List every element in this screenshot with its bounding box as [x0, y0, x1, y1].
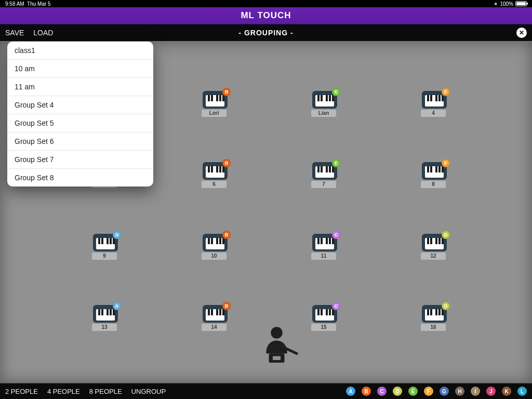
ios-status-bar: 9:58 AM Thu Mar 5 ✶ 100%: [0, 0, 532, 7]
teacher-icon: [260, 326, 301, 368]
app-title: ML TOUCH: [241, 10, 291, 21]
piano-icon: B: [203, 162, 228, 180]
station-label: 4: [421, 110, 446, 117]
toolbar: SAVE LOAD - GROUPING - ✕: [0, 24, 532, 41]
group-badge: E: [332, 159, 340, 167]
group-badge: D: [442, 231, 450, 239]
group-badge: F: [442, 88, 450, 96]
svg-point-0: [271, 327, 283, 339]
group-badge: F: [442, 159, 450, 167]
piano-icon: B: [203, 91, 228, 109]
popover-item[interactable]: class1: [7, 42, 153, 60]
station-10[interactable]: B10: [202, 234, 229, 260]
svg-rect-2: [273, 356, 281, 361]
piano-icon: B: [203, 305, 228, 323]
group-badge: A: [113, 231, 121, 239]
piano-icon: C: [312, 305, 337, 323]
station-13[interactable]: A13: [92, 305, 119, 331]
piano-icon: D: [422, 234, 447, 251]
group-badge: E: [332, 88, 340, 96]
app-title-bar: ML TOUCH: [0, 7, 532, 24]
station-label: 8: [421, 181, 446, 188]
wifi-icon: ✶: [494, 1, 498, 7]
station-11[interactable]: C11: [311, 234, 338, 260]
popover-item[interactable]: Group Set 7: [7, 151, 153, 169]
save-popover[interactable]: class110 am11 amGroup Set 4Group Set 5Gr…: [7, 42, 153, 187]
station-12[interactable]: D12: [421, 234, 448, 260]
group-badge: A: [113, 302, 121, 310]
group-dot-row: ABCDEFGHIJKL: [346, 387, 527, 396]
piano-icon: B: [203, 234, 228, 251]
station-label: Lian: [311, 110, 336, 117]
group-badge: B: [222, 302, 231, 310]
popover-item[interactable]: Group Set 6: [7, 132, 153, 151]
battery-icon: [515, 1, 527, 6]
popover-item[interactable]: Group Set 5: [7, 114, 153, 132]
piano-icon: A: [93, 305, 118, 323]
group-dot-H[interactable]: H: [455, 387, 464, 396]
group-badge: B: [222, 88, 231, 96]
save-button[interactable]: SAVE: [5, 29, 24, 37]
load-button[interactable]: LOAD: [33, 29, 53, 37]
battery-pct: 100%: [500, 1, 513, 7]
group-4-button[interactable]: 4 PEOPLE: [47, 388, 80, 395]
group-dot-B[interactable]: B: [362, 387, 371, 396]
station-Lori[interactable]: BLori: [202, 91, 229, 117]
group-2-button[interactable]: 2 PEOPLE: [5, 388, 38, 395]
station-label: 16: [421, 324, 446, 331]
station-15[interactable]: C15: [311, 305, 338, 331]
status-date: Thu Mar 5: [27, 1, 51, 7]
station-7[interactable]: E7: [311, 162, 338, 188]
station-label: 7: [311, 181, 336, 188]
group-badge: C: [332, 302, 340, 310]
piano-icon: A: [93, 234, 118, 251]
station-4[interactable]: F4: [421, 91, 448, 117]
station-14[interactable]: B14: [202, 305, 229, 331]
group-dot-F[interactable]: F: [424, 387, 433, 396]
ungroup-button[interactable]: UNGROUP: [131, 388, 166, 395]
piano-icon: C: [312, 234, 337, 251]
group-badge: B: [222, 159, 231, 167]
group-dot-J[interactable]: J: [486, 387, 496, 396]
station-9[interactable]: A9: [92, 234, 119, 260]
bottom-bar: 2 PEOPLE 4 PEOPLE 8 PEOPLE UNGROUP ABCDE…: [0, 383, 532, 399]
status-time: 9:58 AM: [5, 1, 24, 7]
group-dot-D[interactable]: D: [393, 387, 402, 396]
station-Lian[interactable]: ELian: [311, 91, 338, 117]
station-label: 12: [421, 252, 446, 260]
station-label: 10: [202, 252, 227, 260]
station-label: 11: [311, 252, 336, 260]
group-dot-A[interactable]: A: [346, 387, 355, 396]
group-dot-G[interactable]: G: [440, 387, 449, 396]
group-badge: B: [222, 231, 231, 239]
piano-icon: D: [422, 305, 447, 323]
popover-item[interactable]: Group Set 8: [7, 169, 153, 187]
piano-icon: F: [422, 162, 447, 180]
station-label: 13: [92, 324, 117, 331]
station-label: 15: [311, 324, 336, 331]
page-title: - GROUPING -: [0, 29, 532, 37]
group-dot-L[interactable]: L: [517, 387, 527, 396]
group-dot-K[interactable]: K: [502, 387, 511, 396]
station-label: 9: [92, 252, 117, 260]
station-label: 6: [202, 181, 227, 188]
group-dot-E[interactable]: E: [408, 387, 418, 396]
piano-icon: F: [422, 91, 447, 109]
piano-icon: E: [312, 91, 337, 109]
station-label: Lori: [202, 110, 227, 117]
piano-icon: E: [312, 162, 337, 180]
popover-item[interactable]: Group Set 4: [7, 96, 153, 114]
group-8-button[interactable]: 8 PEOPLE: [89, 388, 122, 395]
station-6[interactable]: B6: [202, 162, 229, 188]
station-8[interactable]: F8: [421, 162, 448, 188]
close-button[interactable]: ✕: [516, 28, 527, 38]
station-label: 14: [202, 324, 227, 331]
group-badge: D: [442, 302, 450, 310]
group-dot-I[interactable]: I: [471, 387, 480, 396]
group-badge: C: [332, 231, 340, 239]
popover-item[interactable]: 10 am: [7, 60, 153, 78]
popover-item[interactable]: 11 am: [7, 78, 153, 96]
station-16[interactable]: D16: [421, 305, 448, 331]
group-dot-C[interactable]: C: [377, 387, 387, 396]
